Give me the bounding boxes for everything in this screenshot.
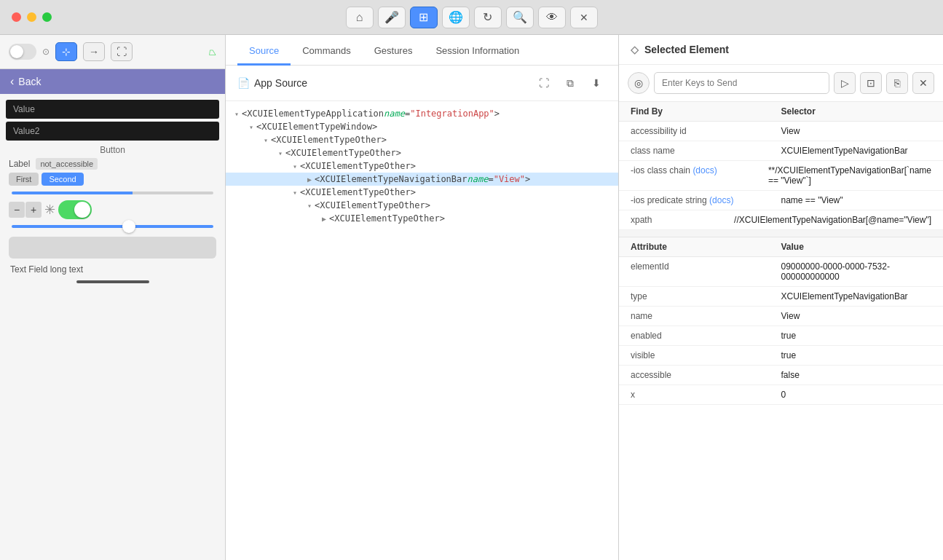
key-input[interactable]: [654, 72, 829, 94]
titlebar: ⌂ 🎤 ⊞ 🌐 ↻ 🔍 👁 ✕: [0, 0, 943, 35]
tree-node-other-2[interactable]: ▾ <XCUIElementTypeOther>: [226, 133, 618, 146]
tree-node-other-3[interactable]: ▾ <XCUIElementTypeOther>: [226, 146, 618, 159]
sim-stepper-minus[interactable]: −: [9, 202, 25, 218]
send-keys-btn[interactable]: ▷: [834, 72, 856, 94]
right-panel: ◇ Selected Element ◎ ▷ ⊡ ⎘ ✕ Find By Sel…: [619, 35, 943, 560]
sim-item-value2[interactable]: Value2: [6, 122, 219, 141]
sim-button-label: Button: [6, 145, 219, 155]
sim-slider-knob: [122, 220, 135, 233]
attr-row-x: x 0: [619, 385, 943, 405]
maximize-traffic-light[interactable]: [42, 12, 52, 22]
sim-slider[interactable]: [12, 192, 213, 194]
back-label: Back: [18, 76, 41, 87]
tree-node-window[interactable]: ▾ <XCUIElementTypeWindow>: [226, 120, 618, 133]
sim-spinner: ✳: [44, 202, 55, 218]
tree-arrow-0: ▾: [232, 110, 242, 118]
source-actions: ⛶ ⧉ ⬇: [534, 73, 607, 93]
docs-link-predicate[interactable]: (docs): [709, 195, 733, 205]
tree-node-application[interactable]: ▾ <XCUIElementTypeApplication name="Inte…: [226, 107, 618, 120]
tab-session[interactable]: Session Information: [424, 35, 531, 66]
attr-key-elementid: elementId: [631, 261, 781, 272]
attr-key-type: type: [631, 291, 781, 301]
tree-node-other-7[interactable]: ▾ <XCUIElementTypeOther>: [226, 199, 618, 212]
tree-node-other-4[interactable]: ▾ <XCUIElementTypeOther>: [226, 159, 618, 173]
sim-toggle-on[interactable]: [58, 200, 92, 219]
attr-row-name: name View: [619, 307, 943, 326]
tree-tag-4: <XCUIElementTypeOther>: [300, 161, 416, 171]
tree-tag-1: <XCUIElementTypeWindow>: [256, 122, 377, 132]
tab-commands[interactable]: Commands: [291, 35, 362, 66]
tree-tag-2: <XCUIElementTypeOther>: [271, 135, 387, 145]
expand-btn[interactable]: ⛶: [111, 42, 133, 61]
section-divider: [619, 230, 943, 237]
attr-col2: Value: [781, 242, 932, 252]
attributes-table: Find By Selector accessibility id View c…: [619, 102, 943, 560]
tree-tag-3: <XCUIElementTypeOther>: [285, 148, 401, 158]
sim-not-accessible-badge: not_accessible: [36, 158, 98, 170]
clear-btn[interactable]: ✕: [912, 72, 934, 94]
sim-first-btn[interactable]: First: [9, 173, 39, 186]
search-button[interactable]: 🔍: [506, 7, 534, 28]
file-icon: 📄: [237, 77, 250, 89]
sim-text-field[interactable]: [9, 237, 216, 259]
selected-element-title: Selected Element: [644, 44, 729, 55]
tree-tag-0: <XCUIElementTypeApplication: [242, 109, 384, 119]
target-icon-btn[interactable]: ◎: [628, 72, 650, 94]
tree-close-0: >: [494, 109, 500, 119]
attr-val-x: 0: [781, 390, 932, 400]
copy-element-btn[interactable]: ⎘: [886, 72, 908, 94]
minimize-traffic-light[interactable]: [27, 12, 36, 22]
cursor-btn[interactable]: ⊹: [55, 42, 77, 61]
tree-node-navbar[interactable]: ▶ <XCUIElementTypeNavigationBar name="Vi…: [226, 173, 618, 186]
copy-source-btn[interactable]: ⧉: [560, 73, 580, 93]
grid-button[interactable]: ⊞: [410, 7, 438, 28]
sim-stepper-plus[interactable]: +: [25, 202, 42, 218]
tree-node-other-6[interactable]: ▾ <XCUIElementTypeOther>: [226, 186, 618, 199]
tree-node-other-8[interactable]: ▶ <XCUIElementTypeOther>: [226, 212, 618, 225]
sim-item-value[interactable]: Value: [6, 100, 219, 119]
sim-toggle-on-knob: [74, 202, 90, 218]
home-button[interactable]: ⌂: [346, 7, 374, 28]
tree-close-5: >: [525, 174, 530, 184]
mic-button[interactable]: 🎤: [378, 7, 406, 28]
expand-source-btn[interactable]: ⛶: [534, 73, 554, 93]
sim-blue-slider[interactable]: [12, 225, 213, 228]
attr-key-class-name: class name: [631, 146, 781, 156]
sim-home-indicator: [76, 280, 149, 283]
tree-arrow-1: ▾: [246, 123, 256, 131]
sim-second-btn[interactable]: Second: [42, 173, 83, 186]
sim-text-long: Text Field long text: [10, 264, 215, 275]
attr-key-xpath: xpath: [631, 215, 734, 225]
attr-row-elementid: elementId 09000000-0000-0000-7532-000000…: [619, 257, 943, 287]
sim-label-row: Label not_accessible: [6, 158, 219, 170]
arrow-btn[interactable]: →: [83, 42, 105, 61]
attr-row-class-name: class name XCUIElementTypeNavigationBar: [619, 141, 943, 161]
tab-source[interactable]: Source: [237, 35, 291, 66]
globe-button[interactable]: 🌐: [442, 7, 470, 28]
titlebar-buttons: ⌂ 🎤 ⊞ 🌐 ↻ 🔍 👁 ✕: [346, 7, 598, 28]
close-traffic-light[interactable]: [12, 12, 21, 22]
download-source-btn[interactable]: ⬇: [586, 73, 607, 93]
simulator-content: Value Value2 Button Label not_accessible…: [0, 94, 225, 560]
attr-key-ios-predicate: -ios predicate string (docs): [631, 195, 781, 205]
tab-gestures[interactable]: Gestures: [363, 35, 425, 66]
refresh-button[interactable]: ↻: [474, 7, 502, 28]
tree-tag-7: <XCUIElementTypeOther>: [315, 200, 430, 210]
attr-key-enabled: enabled: [631, 331, 781, 341]
attr-val-ios-class-chain: **/XCUIElementTypeNavigationBar[`name ==…: [768, 165, 931, 186]
eye-button[interactable]: 👁: [538, 7, 566, 28]
source-tree: ▾ <XCUIElementTypeApplication name="Inte…: [226, 101, 618, 560]
attr-row-ios-predicate: -ios predicate string (docs) name == "Vi…: [619, 191, 943, 210]
back-arrow-icon: ‹: [10, 75, 14, 88]
sim-controls-row: First Second: [6, 173, 219, 186]
toggle-switch[interactable]: [9, 44, 36, 60]
attr-key-ios-class-chain: -ios class chain (docs): [631, 165, 768, 176]
tap-btn[interactable]: ⊡: [860, 72, 882, 94]
attr-val-ios-predicate: name == "View": [781, 195, 932, 205]
close-button[interactable]: ✕: [570, 7, 598, 28]
attr-key-accessibility-id: accessibility id: [631, 126, 781, 136]
tree-eq-5: =: [488, 174, 493, 184]
docs-link-class-chain[interactable]: (docs): [693, 165, 717, 176]
attr-row-xpath: xpath //XCUIElementTypeNavigationBar[@na…: [619, 210, 943, 230]
sidebar-back-button[interactable]: ‹ Back: [0, 69, 225, 94]
